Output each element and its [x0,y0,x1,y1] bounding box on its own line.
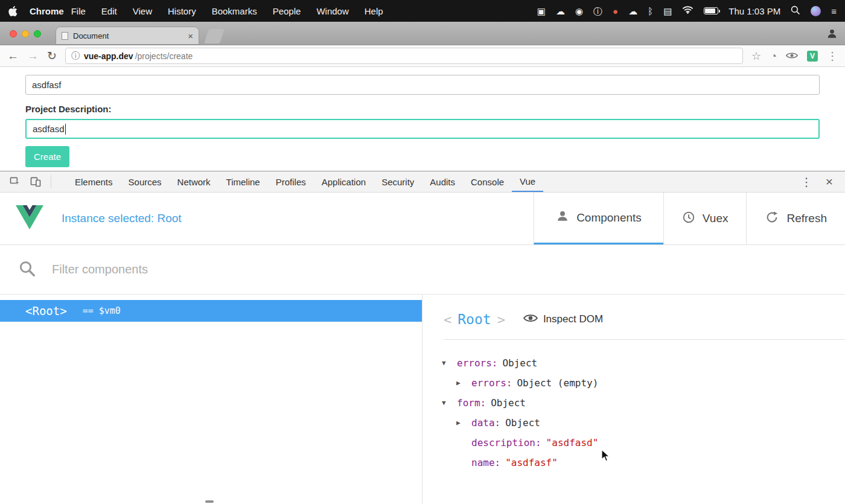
devtools-tab-profiles[interactable]: Profiles [268,171,314,192]
devtools-tab-vue[interactable]: Vue [512,171,543,192]
devtools-menu-icon[interactable]: ⋮ [795,175,818,189]
zoom-window-button[interactable] [34,30,41,37]
devtools-tab-audits[interactable]: Audits [422,171,463,192]
create-button[interactable]: Create [25,146,69,167]
spotlight-search-icon[interactable] [791,5,800,16]
bluetooth-icon[interactable]: ᛒ [648,7,653,16]
menu-window[interactable]: Window [316,6,348,16]
tree-key: data [471,417,495,429]
cloud-icon[interactable]: ☁ [556,7,565,16]
expand-arrow-icon[interactable]: ▶ [456,419,471,427]
expand-arrow-icon[interactable]: ▼ [442,359,457,367]
tab-close-icon[interactable]: × [188,31,193,41]
state-tree: ▼errors:Object ▶errors:Object (empty) ▼f… [442,353,845,473]
keyboard-icon[interactable]: ▤ [663,7,672,16]
page-content: Project Description: asdfasd Create [0,67,845,171]
menu-edit[interactable]: Edit [101,6,117,16]
url-omnibox[interactable]: ⓘ vue-app.dev/projects/create [65,48,743,64]
project-name-input[interactable] [25,75,820,95]
minimize-window-button[interactable] [22,30,29,37]
devtools-tab-console[interactable]: Console [463,171,512,192]
battery-icon[interactable] [704,7,718,14]
tab-title: Document [73,31,109,40]
devtools-close-icon[interactable]: × [822,174,837,189]
browser-menu-icon[interactable]: ⋮ [827,51,838,62]
close-window-button[interactable] [10,30,17,37]
cloud-sync-icon[interactable]: ☁ [628,7,637,16]
tree-row-errors[interactable]: ▼errors:Object [442,353,845,373]
instance-selected-status: Instance selected: Root [62,212,182,225]
tree-value: Object [502,357,537,369]
vue-tab-refresh[interactable]: Refresh [746,193,845,244]
tree-key: form [457,397,480,409]
extension-eye-icon[interactable] [786,51,798,62]
devtools-tab-elements[interactable]: Elements [67,171,121,192]
tree-row-errors-child[interactable]: ▶errors:Object (empty) [442,373,845,393]
horizontal-scrollbar-thumb[interactable] [205,500,214,503]
inspect-dom-button[interactable]: Inspect DOM [523,313,603,326]
expand-arrow-icon[interactable]: ▶ [456,379,471,387]
tree-value: "asdfasf" [505,457,558,468]
new-tab-button[interactable] [204,29,225,43]
screen-mirroring-icon[interactable]: ▣ [537,7,546,16]
devtools-panel: Elements Sources Network Timeline Profil… [0,171,845,504]
expand-arrow-icon[interactable]: ▼ [442,399,457,407]
menu-people[interactable]: People [273,6,301,16]
tree-row-name[interactable]: name:"asdfasf" [442,453,845,473]
devtools-tab-application[interactable]: Application [314,171,374,192]
menu-view[interactable]: View [133,6,152,16]
devtools-tab-security[interactable]: Security [374,171,422,192]
active-app-name[interactable]: Chrome [30,6,64,16]
vue-tab-components[interactable]: Components [534,193,663,244]
siri-icon[interactable] [811,6,821,16]
inspect-element-icon[interactable] [5,171,25,192]
menu-bookmarks[interactable]: Bookmarks [212,6,257,16]
device-toolbar-icon[interactable] [25,171,46,192]
tree-key: name [471,457,495,468]
menu-help[interactable]: Help [365,6,383,16]
devtools-tab-sources[interactable]: Sources [121,171,170,192]
tree-value: Object [491,397,526,409]
project-description-value: asdfasd [33,124,65,134]
site-info-icon[interactable]: ⓘ [71,51,80,62]
notification-center-icon[interactable]: ≡ [831,7,837,16]
bookmark-star-icon[interactable]: ☆ [751,51,761,62]
info-icon[interactable]: ⓘ [593,7,602,16]
tree-row-data[interactable]: ▶data:Object [442,413,845,433]
filter-components-input[interactable] [52,263,366,276]
menu-history[interactable]: History [168,6,196,16]
browser-tab[interactable]: Document × [56,27,199,45]
tree-row-description[interactable]: description:"asdfasd" [442,433,845,453]
inspect-dom-label: Inspect DOM [543,313,603,325]
notification-badge-icon[interactable]: ● [613,7,618,16]
tree-key: errors [471,377,506,389]
reload-icon[interactable]: ↻ [47,50,57,62]
component-inspector-pane: < Root > Inspect DOM ▼errors:Object ▶err… [422,295,845,504]
tree-value: "asdfasd" [546,437,599,448]
apple-icon[interactable] [8,6,18,16]
macos-menubar: Chrome File Edit View History Bookmarks … [0,0,845,22]
breadcrumb-component-name[interactable]: Root [458,311,491,327]
shield-icon[interactable]: ◉ [575,7,583,16]
breadcrumb-close-bracket: > [497,312,505,327]
devtools-tab-network[interactable]: Network [170,171,218,192]
vue-tab-vuex[interactable]: Vuex [663,193,747,244]
vue-tab-vuex-label: Vuex [703,212,729,225]
back-icon[interactable]: ← [7,50,19,62]
project-description-input[interactable]: asdfasd [25,119,820,139]
forward-icon[interactable]: → [27,50,39,62]
url-host: vue-app.dev [84,51,133,61]
tree-row-form[interactable]: ▼form:Object [442,393,845,413]
extension-circle-icon[interactable]: ◔ [770,51,777,62]
menubar-clock[interactable]: Thu 1:03 PM [729,6,780,16]
devtools-toolbar: Elements Sources Network Timeline Profil… [0,171,845,193]
component-row-root[interactable]: <Root> == $vm0 [0,300,422,322]
wifi-icon[interactable] [682,6,694,16]
history-clock-icon [682,211,695,227]
devtools-tab-timeline[interactable]: Timeline [218,171,268,192]
profile-icon[interactable] [826,28,838,42]
refresh-icon [765,211,779,227]
menu-file[interactable]: File [71,6,86,16]
vue-devtools-extension-icon[interactable]: V [807,51,818,62]
vue-panel-header: Instance selected: Root Components Vuex … [0,193,845,245]
